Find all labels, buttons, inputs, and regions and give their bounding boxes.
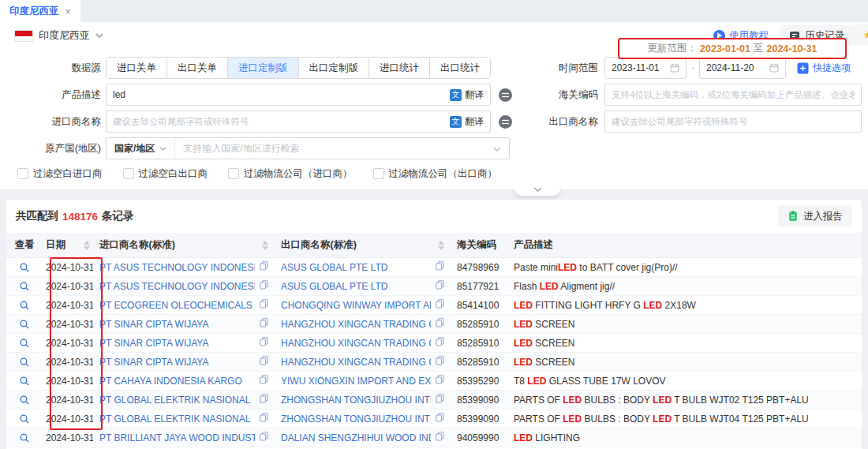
copy-icon[interactable] [260, 394, 268, 406]
copy-icon[interactable] [260, 280, 268, 292]
close-icon[interactable]: × [65, 6, 72, 17]
copy-icon[interactable] [436, 280, 444, 292]
enter-report-button[interactable]: 进入报告 [778, 205, 852, 227]
translate-button[interactable]: 文 翻译 [450, 115, 490, 129]
source-tabs: 进口关单出口关单进口定制版出口定制版进口统计出口统计 [106, 57, 491, 79]
importer-link[interactable]: PT BRILLIANT JAYA WOOD INDUSTRY [99, 432, 255, 443]
tab-indonesia[interactable]: 印度尼西亚 × [0, 0, 80, 22]
row-date: 2024-10-31 [46, 300, 93, 311]
exporter-link[interactable]: YIWU XIONGXIN IMPORT AND EXPORT... [281, 376, 431, 387]
copy-icon[interactable] [260, 356, 268, 368]
copy-icon[interactable] [436, 394, 444, 406]
row-date: 2024-10-31 [46, 319, 93, 330]
favorite-button[interactable]: ★ [851, 24, 868, 45]
row-date: 2024-10-31 [46, 338, 93, 349]
data-source-tab[interactable]: 进口统计 [369, 58, 429, 78]
country-selector[interactable]: 印度尼西亚 [14, 28, 103, 43]
importer-link[interactable]: PT SINAR CIPTA WIJAYA [99, 357, 255, 368]
copy-icon[interactable] [436, 299, 444, 311]
copy-icon[interactable] [260, 261, 268, 273]
match-options-icon[interactable] [499, 88, 512, 102]
sort-icon[interactable] [433, 241, 444, 250]
header-exporter[interactable]: 出口商名称(标准) [275, 238, 451, 252]
star-icon: ★ [863, 28, 868, 41]
hs-code-input[interactable] [605, 84, 861, 105]
data-source-tab[interactable]: 出口关单 [166, 58, 227, 78]
data-source-tab[interactable]: 进口定制版 [227, 58, 298, 78]
date-to-input[interactable]: 2024-11-20 [699, 57, 786, 79]
copy-icon[interactable] [260, 299, 268, 311]
chevron-down-icon[interactable] [493, 147, 501, 152]
results-bar: 共匹配到 148176 条记录 进入报告 [6, 200, 862, 233]
copy-icon[interactable] [260, 318, 268, 330]
view-record-button[interactable] [19, 319, 30, 330]
checkbox-icon[interactable] [228, 168, 239, 179]
exporter-link[interactable]: ZHONGSHAN TONGJIUZHOU INTERNA... [281, 395, 431, 406]
collapse-panel-handle[interactable] [514, 183, 560, 196]
copy-icon[interactable] [436, 261, 444, 273]
copy-icon[interactable] [436, 375, 444, 387]
product-desc-input[interactable] [107, 84, 450, 105]
importer-link[interactable]: PT GLOBAL ELEKTRIK NASIONAL [99, 413, 255, 425]
origin-type-select[interactable]: 国家/地区 [107, 138, 175, 159]
header-importer[interactable]: 进口商名称(标准) [93, 238, 275, 252]
header-date[interactable]: 日期 [43, 238, 93, 252]
checkbox-icon[interactable] [123, 168, 134, 179]
view-record-button[interactable] [19, 281, 30, 292]
translate-button[interactable]: 文 翻译 [450, 88, 490, 102]
importer-link[interactable]: PT ECOGREEN OLEOCHEMICALS [99, 300, 255, 311]
copy-icon[interactable] [260, 413, 268, 425]
copy-icon[interactable] [436, 356, 444, 368]
quick-options-button[interactable]: 快捷选项 [797, 62, 851, 75]
copy-icon[interactable] [260, 432, 268, 443]
exporter-name-input[interactable] [605, 111, 861, 132]
copy-icon[interactable] [436, 318, 444, 330]
exporter-link[interactable]: HANGZHOU XINGCAN TRADING CO LTD [281, 338, 431, 349]
filter-checkbox[interactable]: 过滤物流公司（进口商） [228, 167, 353, 181]
exporter-link[interactable]: DALIAN SHENGZHIHUI WOOD INDUST... [281, 432, 431, 443]
exporter-link[interactable]: HANGZHOU XINGCAN TRADING CO LTD [281, 319, 431, 330]
importer-link[interactable]: PT ASUS TECHNOLOGY INDONESIA BA... [99, 262, 255, 273]
view-record-button[interactable] [19, 262, 30, 273]
view-record-button[interactable] [19, 300, 30, 311]
importer-link[interactable]: PT SINAR CIPTA WIJAYA [99, 319, 255, 330]
importer-link[interactable]: PT ASUS TECHNOLOGY INDONESIA BA... [99, 281, 255, 292]
importer-link[interactable]: PT SINAR CIPTA WIJAYA [99, 338, 255, 349]
checkbox-label: 过滤空白进口商 [33, 167, 103, 181]
data-source-label: 数据源 [0, 62, 106, 75]
importer-link[interactable]: PT GLOBAL ELEKTRIK NASIONAL [99, 395, 255, 406]
view-record-button[interactable] [19, 338, 30, 349]
date-from-input[interactable]: 2023-11-01 [604, 57, 687, 79]
filter-checkbox[interactable]: 过滤空白进口商 [17, 167, 103, 181]
data-source-tab[interactable]: 出口统计 [429, 58, 490, 78]
origin-search-input[interactable] [175, 143, 493, 154]
copy-icon[interactable] [436, 413, 444, 425]
sort-icon[interactable] [257, 241, 268, 250]
exporter-link[interactable]: ASUS GLOBAL PTE LTD [281, 281, 431, 292]
view-record-button[interactable] [19, 395, 30, 406]
row-date: 2024-10-31 [46, 413, 93, 425]
view-record-button[interactable] [19, 432, 30, 443]
row-product: T8 LED GLASS TUBE 17W LOVOV [514, 376, 666, 387]
filter-checkbox[interactable]: 过滤物流公司（出口商） [373, 167, 498, 181]
copy-icon[interactable] [436, 432, 444, 443]
copy-icon[interactable] [260, 337, 268, 349]
filter-checkbox[interactable]: 过滤空白出口商 [123, 167, 208, 181]
view-record-button[interactable] [19, 357, 30, 368]
view-record-button[interactable] [19, 413, 30, 425]
exporter-link[interactable]: CHONGQING WINWAY IMPORT AND E... [281, 300, 431, 311]
copy-icon[interactable] [436, 337, 444, 349]
data-source-tab[interactable]: 进口关单 [107, 58, 166, 78]
importer-name-input[interactable] [107, 111, 450, 132]
view-record-button[interactable] [19, 376, 30, 387]
sort-icon[interactable] [79, 241, 90, 250]
copy-icon[interactable] [260, 375, 268, 387]
importer-link[interactable]: PT CAHAYA INDONESIA KARGO [99, 376, 255, 387]
exporter-link[interactable]: ASUS GLOBAL PTE LTD [281, 262, 431, 273]
checkbox-icon[interactable] [17, 168, 28, 179]
exporter-link[interactable]: ZHONGSHAN TONGJIUZHOU INTERNA... [281, 413, 431, 425]
checkbox-icon[interactable] [373, 168, 384, 179]
data-source-tab[interactable]: 出口定制版 [298, 58, 369, 78]
match-options-icon[interactable] [499, 115, 512, 129]
exporter-link[interactable]: HANGZHOU XINGCAN TRADING CO LTD [281, 357, 431, 368]
